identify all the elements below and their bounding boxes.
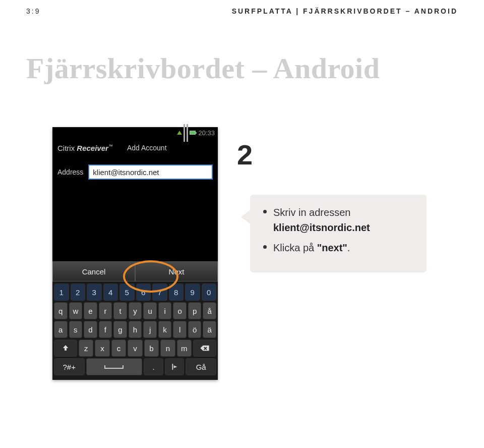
key-u[interactable]: u bbox=[143, 302, 157, 319]
key-c[interactable]: c bbox=[111, 340, 126, 357]
key-8[interactable]: 8 bbox=[169, 284, 184, 301]
textedit-key[interactable] bbox=[165, 358, 185, 375]
backspace-key[interactable] bbox=[193, 340, 216, 357]
page-header: 3:9 SURFPLATTA | FJÄRRSKRIVBORDET – ANDR… bbox=[0, 0, 484, 15]
key-r[interactable]: r bbox=[99, 302, 112, 319]
signal-icon bbox=[184, 124, 185, 142]
key-p[interactable]: p bbox=[188, 302, 202, 319]
page-header-right: SURFPLATTA | FJÄRRSKRIVBORDET – ANDROID bbox=[232, 7, 458, 15]
step-number: 2 bbox=[237, 138, 253, 171]
address-input[interactable] bbox=[88, 164, 213, 180]
key-5[interactable]: 5 bbox=[119, 284, 135, 301]
key-a[interactable]: a bbox=[54, 321, 68, 338]
symbols-key[interactable]: ?#+ bbox=[54, 358, 85, 375]
key-f[interactable]: f bbox=[99, 321, 112, 338]
next-button[interactable]: Next bbox=[135, 261, 218, 282]
shift-key[interactable] bbox=[54, 340, 77, 357]
brand-text-2: Receiver bbox=[77, 144, 108, 152]
key-l[interactable]: l bbox=[173, 321, 187, 338]
instruction-callout: Skriv in adressen klient@itsnordic.net K… bbox=[250, 195, 427, 272]
key-7[interactable]: 7 bbox=[152, 284, 167, 301]
key-w[interactable]: w bbox=[69, 302, 83, 319]
instruction-1-bold: klient@itsnordic.net bbox=[273, 222, 370, 233]
instruction-2-post: . bbox=[347, 242, 350, 253]
backspace-icon bbox=[200, 345, 210, 352]
key-d[interactable]: d bbox=[84, 321, 97, 338]
key-m[interactable]: m bbox=[177, 340, 192, 357]
section-title: Fjärrskrivbordet – Android bbox=[0, 15, 484, 85]
key-1[interactable]: 1 bbox=[54, 284, 69, 301]
key-e[interactable]: e bbox=[84, 302, 97, 319]
textedit-icon bbox=[170, 363, 179, 371]
shift-icon bbox=[62, 344, 70, 352]
key-b[interactable]: b bbox=[144, 340, 159, 357]
space-key[interactable] bbox=[86, 358, 143, 375]
key-n[interactable]: n bbox=[160, 340, 175, 357]
instruction-2-bold: "next" bbox=[317, 242, 347, 253]
key-6[interactable]: 6 bbox=[136, 284, 151, 301]
instruction-item-1: Skriv in adressen klient@itsnordic.net bbox=[263, 205, 414, 235]
key-i[interactable]: i bbox=[158, 302, 172, 319]
key-0[interactable]: 0 bbox=[202, 284, 217, 301]
key-å[interactable]: å bbox=[203, 302, 216, 319]
instruction-1-text: Skriv in adressen bbox=[273, 207, 350, 218]
clock-time: 20:33 bbox=[198, 129, 215, 137]
key-h[interactable]: h bbox=[129, 321, 142, 338]
key-s[interactable]: s bbox=[69, 321, 83, 338]
key-9[interactable]: 9 bbox=[185, 284, 200, 301]
instruction-2-text: Klicka på bbox=[273, 242, 317, 253]
key-o[interactable]: o bbox=[173, 302, 187, 319]
brand-text-1: Citrix bbox=[57, 144, 75, 152]
keyboard: 1234567890 qwertyuiopå asdfghjklöä zxcvb… bbox=[52, 282, 218, 380]
screen-space bbox=[52, 186, 218, 261]
space-icon bbox=[104, 364, 124, 369]
cancel-button[interactable]: Cancel bbox=[52, 261, 135, 282]
trademark-icon: ™ bbox=[108, 144, 113, 149]
signal-icon-2 bbox=[187, 124, 188, 142]
status-bar: 20:33 bbox=[52, 127, 218, 138]
key-t[interactable]: t bbox=[113, 302, 127, 319]
key-k[interactable]: k bbox=[158, 321, 172, 338]
battery-icon bbox=[190, 131, 196, 135]
address-row: Address bbox=[52, 157, 218, 186]
key-v[interactable]: v bbox=[128, 340, 142, 357]
instruction-item-2: Klicka på "next". bbox=[263, 240, 414, 255]
phone-screenshot: 20:33 Citrix Receiver™ Add Account Addre… bbox=[52, 127, 218, 380]
key-g[interactable]: g bbox=[113, 321, 127, 338]
key-q[interactable]: q bbox=[54, 302, 68, 319]
key-j[interactable]: j bbox=[143, 321, 157, 338]
address-label: Address bbox=[57, 168, 83, 176]
period-key[interactable]: . bbox=[144, 358, 163, 375]
go-key[interactable]: Gå bbox=[186, 358, 216, 375]
app-brand: Citrix Receiver™ bbox=[57, 144, 113, 152]
key-z[interactable]: z bbox=[79, 340, 93, 357]
page-number: 3:9 bbox=[26, 7, 40, 15]
button-bar: Cancel Next bbox=[52, 261, 218, 282]
location-icon bbox=[177, 131, 182, 135]
key-x[interactable]: x bbox=[95, 340, 109, 357]
appbar-title: Add Account bbox=[127, 144, 167, 152]
key-2[interactable]: 2 bbox=[71, 284, 86, 301]
key-ä[interactable]: ä bbox=[203, 321, 216, 338]
key-4[interactable]: 4 bbox=[103, 284, 118, 301]
key-ö[interactable]: ö bbox=[188, 321, 202, 338]
app-bar: Citrix Receiver™ Add Account bbox=[52, 138, 218, 157]
key-3[interactable]: 3 bbox=[87, 284, 102, 301]
key-y[interactable]: y bbox=[129, 302, 142, 319]
